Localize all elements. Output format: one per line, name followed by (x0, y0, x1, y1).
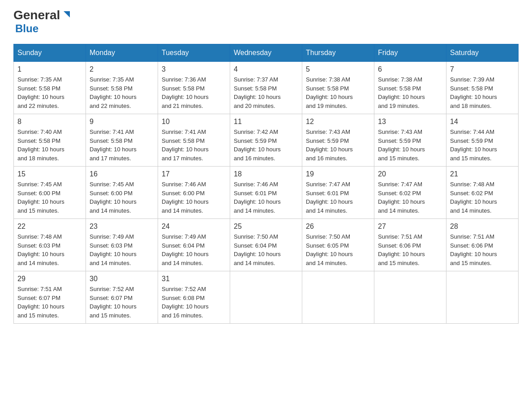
header-friday: Friday (374, 44, 446, 62)
calendar-cell: 24 Sunrise: 7:49 AM Sunset: 6:04 PM Dayl… (158, 219, 230, 271)
day-number: 18 (234, 170, 298, 178)
calendar-cell: 17 Sunrise: 7:46 AM Sunset: 6:00 PM Dayl… (158, 167, 230, 219)
day-number: 3 (162, 65, 226, 73)
day-info: Sunrise: 7:49 AM Sunset: 6:03 PM Dayligh… (90, 232, 154, 267)
day-number: 16 (90, 170, 154, 178)
calendar-cell: 28 Sunrise: 7:51 AM Sunset: 6:06 PM Dayl… (446, 219, 519, 271)
day-number: 13 (378, 118, 442, 126)
day-number: 27 (378, 223, 442, 231)
day-number: 23 (90, 223, 154, 231)
header-sunday: Sunday (14, 44, 86, 62)
week-row-2: 8 Sunrise: 7:40 AM Sunset: 5:58 PM Dayli… (14, 114, 519, 167)
day-info: Sunrise: 7:51 AM Sunset: 6:06 PM Dayligh… (450, 232, 515, 267)
svg-marker-0 (64, 11, 70, 17)
day-number: 26 (306, 223, 370, 231)
day-number: 7 (450, 65, 515, 73)
header-monday: Monday (86, 44, 158, 62)
day-info: Sunrise: 7:50 AM Sunset: 6:04 PM Dayligh… (234, 232, 298, 267)
calendar-cell (446, 271, 519, 324)
calendar-cell: 8 Sunrise: 7:40 AM Sunset: 5:58 PM Dayli… (14, 114, 86, 167)
day-number: 30 (90, 275, 154, 283)
calendar-cell: 9 Sunrise: 7:41 AM Sunset: 5:58 PM Dayli… (86, 114, 158, 167)
calendar-cell: 23 Sunrise: 7:49 AM Sunset: 6:03 PM Dayl… (86, 219, 158, 271)
calendar-cell: 25 Sunrise: 7:50 AM Sunset: 6:04 PM Dayl… (230, 219, 302, 271)
day-number: 9 (90, 118, 154, 126)
day-info: Sunrise: 7:48 AM Sunset: 6:03 PM Dayligh… (17, 232, 82, 267)
day-info: Sunrise: 7:43 AM Sunset: 5:59 PM Dayligh… (378, 128, 442, 163)
calendar-cell: 16 Sunrise: 7:45 AM Sunset: 6:00 PM Dayl… (86, 167, 158, 219)
calendar-cell: 31 Sunrise: 7:52 AM Sunset: 6:08 PM Dayl… (158, 271, 230, 324)
day-info: Sunrise: 7:47 AM Sunset: 6:02 PM Dayligh… (378, 180, 442, 215)
day-info: Sunrise: 7:45 AM Sunset: 6:00 PM Dayligh… (90, 180, 154, 215)
week-row-4: 22 Sunrise: 7:48 AM Sunset: 6:03 PM Dayl… (14, 219, 519, 271)
day-info: Sunrise: 7:46 AM Sunset: 6:01 PM Dayligh… (234, 180, 298, 215)
calendar-cell: 6 Sunrise: 7:38 AM Sunset: 5:58 PM Dayli… (374, 62, 446, 114)
header-thursday: Thursday (302, 44, 374, 62)
calendar-cell (374, 271, 446, 324)
calendar-cell: 13 Sunrise: 7:43 AM Sunset: 5:59 PM Dayl… (374, 114, 446, 167)
calendar-table: SundayMondayTuesdayWednesdayThursdayFrid… (13, 44, 519, 324)
day-number: 10 (162, 118, 226, 126)
calendar-cell: 18 Sunrise: 7:46 AM Sunset: 6:01 PM Dayl… (230, 167, 302, 219)
calendar-cell: 5 Sunrise: 7:38 AM Sunset: 5:58 PM Dayli… (302, 62, 374, 114)
header-tuesday: Tuesday (158, 44, 230, 62)
day-info: Sunrise: 7:35 AM Sunset: 5:58 PM Dayligh… (17, 75, 82, 110)
calendar-cell: 14 Sunrise: 7:44 AM Sunset: 5:59 PM Dayl… (446, 114, 519, 167)
day-info: Sunrise: 7:50 AM Sunset: 6:05 PM Dayligh… (306, 232, 370, 267)
day-info: Sunrise: 7:48 AM Sunset: 6:02 PM Dayligh… (450, 180, 515, 215)
day-info: Sunrise: 7:35 AM Sunset: 5:58 PM Dayligh… (90, 75, 154, 110)
day-info: Sunrise: 7:37 AM Sunset: 5:58 PM Dayligh… (234, 75, 298, 110)
day-info: Sunrise: 7:51 AM Sunset: 6:07 PM Dayligh… (17, 285, 82, 320)
day-number: 14 (450, 118, 515, 126)
day-number: 1 (17, 65, 82, 73)
day-info: Sunrise: 7:46 AM Sunset: 6:00 PM Dayligh… (162, 180, 226, 215)
calendar-cell: 29 Sunrise: 7:51 AM Sunset: 6:07 PM Dayl… (14, 271, 86, 324)
calendar-cell: 15 Sunrise: 7:45 AM Sunset: 6:00 PM Dayl… (14, 167, 86, 219)
day-info: Sunrise: 7:38 AM Sunset: 5:58 PM Dayligh… (378, 75, 442, 110)
day-number: 28 (450, 223, 515, 231)
week-row-1: 1 Sunrise: 7:35 AM Sunset: 5:58 PM Dayli… (14, 62, 519, 114)
day-info: Sunrise: 7:40 AM Sunset: 5:58 PM Dayligh… (17, 128, 82, 163)
day-number: 12 (306, 118, 370, 126)
calendar-cell: 21 Sunrise: 7:48 AM Sunset: 6:02 PM Dayl… (446, 167, 519, 219)
day-number: 22 (17, 223, 82, 231)
day-info: Sunrise: 7:42 AM Sunset: 5:59 PM Dayligh… (234, 128, 298, 163)
day-number: 4 (234, 65, 298, 73)
logo-blue-text: Blue (15, 22, 39, 35)
day-number: 17 (162, 170, 226, 178)
day-number: 21 (450, 170, 515, 178)
day-info: Sunrise: 7:47 AM Sunset: 6:01 PM Dayligh… (306, 180, 370, 215)
header-wednesday: Wednesday (230, 44, 302, 62)
header-row: SundayMondayTuesdayWednesdayThursdayFrid… (14, 44, 519, 62)
header-saturday: Saturday (446, 44, 519, 62)
day-number: 20 (378, 170, 442, 178)
calendar-cell: 11 Sunrise: 7:42 AM Sunset: 5:59 PM Dayl… (230, 114, 302, 167)
calendar-cell: 20 Sunrise: 7:47 AM Sunset: 6:02 PM Dayl… (374, 167, 446, 219)
day-number: 5 (306, 65, 370, 73)
calendar-cell: 22 Sunrise: 7:48 AM Sunset: 6:03 PM Dayl… (14, 219, 86, 271)
calendar-cell: 19 Sunrise: 7:47 AM Sunset: 6:01 PM Dayl… (302, 167, 374, 219)
calendar-cell: 7 Sunrise: 7:39 AM Sunset: 5:58 PM Dayli… (446, 62, 519, 114)
day-number: 29 (17, 275, 82, 283)
day-info: Sunrise: 7:44 AM Sunset: 5:59 PM Dayligh… (450, 128, 515, 163)
calendar-cell: 4 Sunrise: 7:37 AM Sunset: 5:58 PM Dayli… (230, 62, 302, 114)
day-number: 24 (162, 223, 226, 231)
day-info: Sunrise: 7:51 AM Sunset: 6:06 PM Dayligh… (378, 232, 442, 267)
calendar-cell: 30 Sunrise: 7:52 AM Sunset: 6:07 PM Dayl… (86, 271, 158, 324)
calendar-cell (230, 271, 302, 324)
day-info: Sunrise: 7:41 AM Sunset: 5:58 PM Dayligh… (90, 128, 154, 163)
calendar-cell: 3 Sunrise: 7:36 AM Sunset: 5:58 PM Dayli… (158, 62, 230, 114)
day-number: 19 (306, 170, 370, 178)
calendar-cell (302, 271, 374, 324)
day-number: 6 (378, 65, 442, 73)
logo-icon (61, 9, 71, 19)
day-info: Sunrise: 7:45 AM Sunset: 6:00 PM Dayligh… (17, 180, 82, 215)
calendar-cell: 2 Sunrise: 7:35 AM Sunset: 5:58 PM Dayli… (86, 62, 158, 114)
calendar-cell: 10 Sunrise: 7:41 AM Sunset: 5:58 PM Dayl… (158, 114, 230, 167)
week-row-5: 29 Sunrise: 7:51 AM Sunset: 6:07 PM Dayl… (14, 271, 519, 324)
day-info: Sunrise: 7:39 AM Sunset: 5:58 PM Dayligh… (450, 75, 515, 110)
page-header: General Blue (13, 9, 519, 35)
calendar-cell: 1 Sunrise: 7:35 AM Sunset: 5:58 PM Dayli… (14, 62, 86, 114)
day-info: Sunrise: 7:43 AM Sunset: 5:59 PM Dayligh… (306, 128, 370, 163)
logo-general: General (13, 9, 60, 21)
